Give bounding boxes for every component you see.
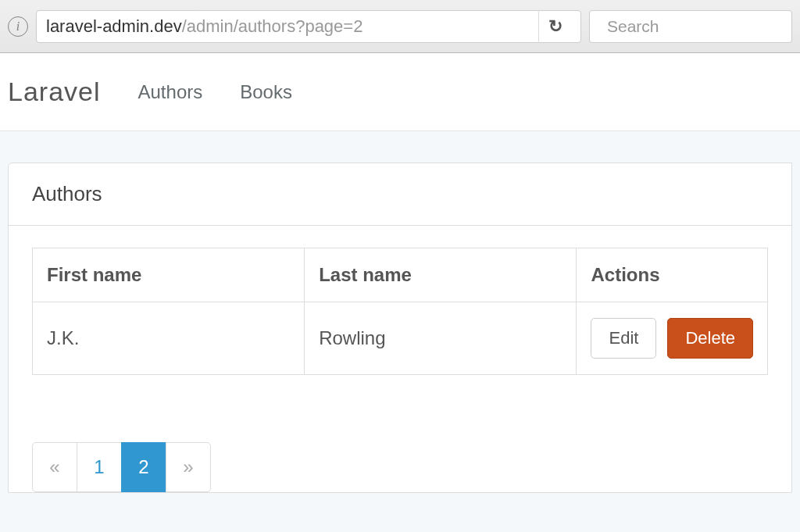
nav-link-authors[interactable]: Authors (138, 81, 203, 103)
table-row: J.K. Rowling Edit Delete (33, 302, 768, 375)
pagination-page-2[interactable]: 2 (121, 442, 166, 492)
info-icon[interactable]: i (8, 16, 28, 37)
delete-button[interactable]: Delete (667, 318, 753, 359)
card-body: First name Last name Actions J.K. Rowlin… (9, 226, 791, 397)
pagination-page-1[interactable]: 1 (77, 442, 122, 492)
col-last-name: Last name (305, 248, 577, 302)
pagination-prev[interactable]: « (32, 442, 77, 492)
nav-link-books[interactable]: Books (240, 81, 292, 103)
cell-actions: Edit Delete (577, 302, 768, 375)
pagination: « 1 2 » (32, 442, 768, 492)
col-actions: Actions (577, 248, 768, 302)
content: Authors First name Last name Actions J.K… (0, 131, 800, 493)
url-path: /admin/authors?page=2 (182, 16, 363, 37)
reload-button[interactable]: ↻ (538, 10, 571, 43)
top-nav: Laravel Authors Books (0, 53, 800, 131)
card: Authors First name Last name Actions J.K… (8, 162, 792, 493)
url-bar[interactable]: laravel-admin.dev/admin/authors?page=2 ↻ (36, 10, 581, 43)
pagination-next[interactable]: » (166, 442, 211, 492)
table-header-row: First name Last name Actions (33, 248, 768, 302)
cell-last-name: Rowling (305, 302, 577, 375)
reload-icon: ↻ (548, 16, 562, 37)
browser-chrome: i laravel-admin.dev/admin/authors?page=2… (0, 0, 800, 53)
search-input[interactable] (607, 17, 800, 36)
authors-table: First name Last name Actions J.K. Rowlin… (32, 248, 768, 375)
cell-first-name: J.K. (33, 302, 305, 375)
brand-logo[interactable]: Laravel (8, 77, 101, 107)
col-first-name: First name (33, 248, 305, 302)
search-bar[interactable] (589, 10, 792, 43)
url-domain: laravel-admin.dev (46, 16, 182, 37)
card-title: Authors (9, 163, 791, 226)
edit-button[interactable]: Edit (591, 318, 656, 359)
